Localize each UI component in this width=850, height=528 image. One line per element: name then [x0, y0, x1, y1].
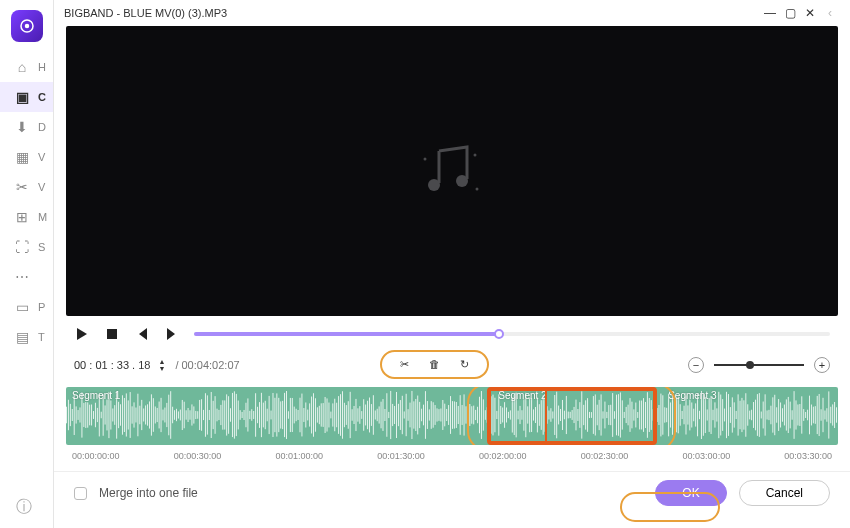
- svg-rect-103: [249, 411, 250, 419]
- svg-rect-79: [203, 410, 204, 420]
- svg-rect-379: [782, 408, 783, 421]
- sidebar-item-9[interactable]: ▤T: [0, 322, 53, 352]
- svg-rect-318: [664, 407, 665, 422]
- svg-rect-219: [473, 406, 474, 425]
- svg-rect-19: [87, 402, 88, 427]
- zoom-in-icon[interactable]: +: [814, 357, 830, 373]
- ruler-tick: 00:03:30:00: [784, 451, 832, 461]
- cancel-button[interactable]: Cancel: [739, 480, 830, 506]
- svg-rect-215: [465, 406, 466, 423]
- playhead[interactable]: [545, 387, 547, 445]
- sidebar-item-6[interactable]: ⛶S: [0, 232, 53, 262]
- next-button[interactable]: [164, 326, 180, 342]
- svg-rect-147: [334, 399, 335, 432]
- svg-rect-212: [460, 395, 461, 435]
- svg-rect-139: [319, 406, 320, 424]
- ok-button[interactable]: OK: [655, 480, 726, 506]
- selected-segment[interactable]: [487, 387, 657, 445]
- svg-rect-197: [431, 401, 432, 429]
- sidebar-item-2[interactable]: ⬇D: [0, 112, 53, 142]
- svg-rect-321: [670, 402, 671, 427]
- svg-rect-23: [95, 403, 96, 427]
- svg-rect-210: [456, 402, 457, 428]
- seek-slider[interactable]: [194, 332, 830, 336]
- svg-point-4: [424, 158, 427, 161]
- svg-rect-167: [373, 395, 374, 435]
- svg-rect-57: [161, 398, 162, 432]
- svg-rect-406: [834, 402, 835, 428]
- svg-rect-391: [805, 412, 806, 418]
- svg-rect-128: [298, 410, 299, 420]
- svg-rect-211: [458, 406, 459, 424]
- sidebar-item-3[interactable]: ▦V: [0, 142, 53, 172]
- svg-rect-334: [695, 403, 696, 426]
- svg-rect-209: [454, 401, 455, 428]
- sidebar-icon: ▤: [14, 329, 30, 345]
- svg-rect-53: [153, 398, 154, 432]
- sidebar-item-8[interactable]: ▭P: [0, 292, 53, 322]
- waveform-timeline[interactable]: Segment 1 Segment 2 Segment 3: [66, 387, 838, 445]
- svg-rect-69: [184, 402, 185, 429]
- ruler-tick: 00:03:00:00: [683, 451, 731, 461]
- help-icon[interactable]: ⓘ: [16, 497, 32, 518]
- svg-rect-387: [797, 404, 798, 425]
- svg-rect-94: [232, 393, 233, 437]
- merge-checkbox[interactable]: [74, 487, 87, 500]
- svg-rect-99: [242, 412, 243, 418]
- svg-rect-58: [162, 410, 163, 421]
- svg-rect-28: [105, 405, 106, 424]
- close-button[interactable]: ✕: [800, 6, 820, 20]
- svg-rect-149: [338, 396, 339, 434]
- prev-button[interactable]: [134, 326, 150, 342]
- sidebar-item-5[interactable]: ⊞M: [0, 202, 53, 232]
- svg-rect-145: [330, 412, 331, 419]
- svg-rect-133: [307, 410, 308, 421]
- svg-rect-85: [215, 396, 216, 434]
- svg-rect-169: [377, 409, 378, 421]
- svg-rect-327: [682, 411, 683, 419]
- svg-rect-206: [448, 405, 449, 425]
- svg-rect-153: [346, 405, 347, 425]
- svg-rect-407: [836, 407, 837, 422]
- svg-rect-372: [768, 410, 769, 420]
- zoom-out-icon[interactable]: −: [688, 357, 704, 373]
- maximize-button[interactable]: ▢: [780, 6, 800, 20]
- svg-rect-392: [807, 410, 808, 421]
- svg-rect-340: [707, 409, 708, 420]
- sidebar-item-1[interactable]: ▣C: [0, 82, 53, 112]
- svg-rect-359: [743, 400, 744, 429]
- svg-rect-72: [190, 410, 191, 419]
- svg-rect-207: [450, 396, 451, 434]
- play-button[interactable]: [74, 326, 90, 342]
- svg-rect-333: [693, 409, 694, 422]
- svg-rect-76: [197, 411, 198, 419]
- time-stepper[interactable]: ▲▼: [154, 358, 165, 372]
- svg-rect-218: [471, 406, 472, 424]
- svg-rect-64: [174, 410, 175, 420]
- rotate-icon[interactable]: ↻: [460, 358, 469, 371]
- svg-rect-35: [118, 402, 119, 428]
- svg-rect-66: [178, 411, 179, 418]
- ruler-tick: 00:00:30:00: [174, 451, 222, 461]
- current-time-field[interactable]: 00 : 01 : 33 . 18 ▲▼: [74, 358, 165, 372]
- sidebar-item-0[interactable]: ⌂H: [0, 52, 53, 82]
- sidebar-icon: ▦: [14, 149, 30, 165]
- svg-rect-352: [730, 407, 731, 423]
- svg-rect-13: [76, 406, 77, 423]
- cut-icon[interactable]: ✂: [400, 358, 409, 371]
- svg-rect-400: [823, 398, 824, 432]
- svg-rect-404: [830, 407, 831, 423]
- zoom-slider[interactable]: [714, 364, 804, 366]
- panel-collapse-icon[interactable]: ‹: [820, 6, 840, 20]
- ruler-tick: 00:02:00:00: [479, 451, 527, 461]
- svg-rect-357: [740, 401, 741, 429]
- minimize-button[interactable]: —: [760, 6, 780, 20]
- delete-icon[interactable]: 🗑: [429, 358, 440, 371]
- sidebar-item-4[interactable]: ✂V: [0, 172, 53, 202]
- svg-rect-361: [747, 404, 748, 425]
- svg-rect-194: [425, 391, 426, 439]
- svg-rect-221: [477, 407, 478, 423]
- sidebar-item-7[interactable]: ⋯: [0, 262, 53, 292]
- stop-button[interactable]: [104, 326, 120, 342]
- svg-rect-55: [157, 408, 158, 422]
